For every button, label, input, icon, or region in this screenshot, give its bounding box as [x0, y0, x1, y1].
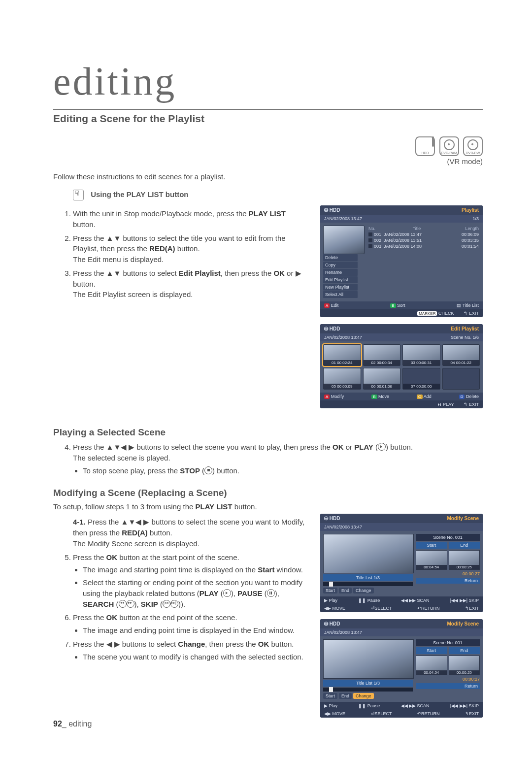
- playlist-row: 002JAN/02/2008 13:5100:03:35: [367, 237, 480, 243]
- scene-cell: 02 00:00:34: [363, 344, 401, 366]
- step-6: Press the OK button at the end point of …: [73, 612, 310, 636]
- section-heading: Editing a Scene for the Playlist: [53, 109, 483, 125]
- step-4: Press the ▲▼◀ ▶ buttons to select the sc…: [73, 442, 483, 476]
- scene-cell: 06 00:01:06: [363, 368, 401, 390]
- step-5: Press the OK button at the start point o…: [73, 552, 310, 610]
- step-4-list: Press the ▲▼◀ ▶ buttons to select the sc…: [73, 442, 483, 476]
- osd-modify-scene-a: ⛁ HDDModify SceneJAN/02/2008 13:47Title …: [320, 514, 483, 612]
- search-back-icon: [119, 600, 127, 608]
- steps-5-7: Press the OK button at the start point o…: [73, 552, 310, 662]
- playlist-thumbnail: [323, 226, 365, 254]
- playlist-row: 001JAN/02/2008 13:4700:06:09: [367, 231, 480, 237]
- scene-cell: 04 00:01:22: [442, 344, 480, 366]
- stop-icon: [204, 466, 212, 474]
- play-icon: [223, 589, 231, 597]
- scene-cell: [442, 368, 480, 390]
- hdd-icon: HDD: [415, 136, 435, 156]
- dvd-rw-icon: DVD-RW: [463, 136, 483, 156]
- intro-text: Follow these instructions to edit scenes…: [53, 172, 483, 181]
- skip-fwd-icon: [170, 600, 178, 608]
- step-2: Press the ▲▼ buttons to select the title…: [73, 233, 310, 265]
- using-playlist-note: Using the PLAY LIST button: [73, 190, 483, 200]
- scene-cell: 01 00:02:24: [323, 344, 361, 366]
- osd-playlist: ⛁ HDD Playlist JAN/02/2008 13:47 1/3 Del…: [320, 205, 483, 317]
- playlist-menu-item: Edit Playlist: [323, 276, 358, 283]
- media-icons: HDD DVD-RAM DVD-RW: [53, 136, 483, 156]
- scene-cell: 03 00:00:31: [402, 344, 440, 366]
- step-4-bullet: To stop scene play, press the STOP () bu…: [83, 465, 478, 476]
- step-4-1: 4-1. Press the ▲▼◀ ▶ buttons to select t…: [73, 517, 310, 549]
- page-footer: 92_ editing: [53, 720, 92, 728]
- steps-1-3: With the unit in Stop mode/Playback mode…: [73, 208, 310, 300]
- heading-modifying-scene: Modifying a Scene (Replacing a Scene): [53, 488, 483, 498]
- step-3: Press the ▲▼ buttons to select Edit Play…: [73, 268, 310, 300]
- playlist-menu-item: Rename: [323, 269, 358, 276]
- heading-playing-selected: Playing a Selected Scene: [53, 427, 483, 438]
- playlist-row: 003JAN/02/2008 14:0800:01:54: [367, 243, 480, 249]
- hand-icon: [73, 190, 84, 200]
- scene-cell: 07 00:00:00: [402, 368, 440, 390]
- modify-scene-preview: [323, 534, 414, 573]
- osd-edit-playlist: ⛁ HDD Edit Playlist JAN/02/2008 13:47 Sc…: [320, 324, 483, 408]
- modify-scene-preview: [323, 639, 414, 679]
- pause-icon: [267, 589, 275, 597]
- playlist-menu-item: Delete: [323, 254, 358, 261]
- playlist-menu-item: New Playlist: [323, 284, 358, 291]
- playlist-menu-item: Copy: [323, 262, 358, 268]
- chapter-title: editing: [53, 59, 483, 104]
- step-1: With the unit in Stop mode/Playback mode…: [73, 208, 310, 230]
- search-fwd-icon: [127, 600, 134, 608]
- skip-back-icon: [163, 600, 170, 608]
- dvd-ram-icon: DVD-RAM: [439, 136, 459, 156]
- modify-intro: To setup, follow steps 1 to 3 from using…: [53, 502, 483, 511]
- vr-mode-label: (VR mode): [53, 157, 483, 165]
- osd-modify-scene-b: ⛁ HDDModify SceneJAN/02/2008 13:47Title …: [320, 619, 483, 718]
- playlist-menu-item: Select All: [323, 291, 358, 298]
- step-7: Press the ◀ ▶ buttons to select Change, …: [73, 639, 310, 662]
- play-icon: [378, 443, 386, 451]
- scene-cell: 05 00:00:09: [323, 368, 361, 390]
